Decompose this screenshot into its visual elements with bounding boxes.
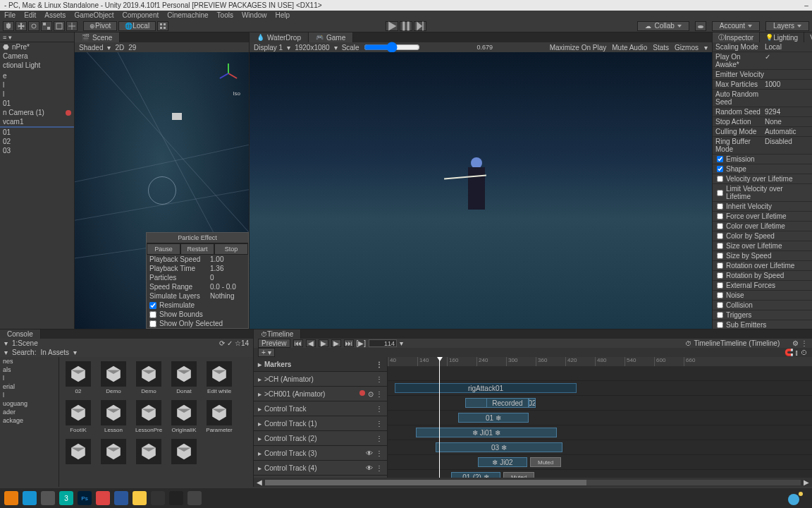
hierarchy-scene-root[interactable]: ⬣nPre* — [0, 42, 74, 52]
module-checkbox[interactable] — [717, 223, 723, 229]
pivot-toggle[interactable]: ⊕ Pivot — [83, 21, 117, 31]
particle-module-row[interactable]: Inherit Velocity — [713, 202, 812, 212]
hierarchy-item[interactable]: 01 — [0, 128, 74, 137]
particle-module-row[interactable]: Shape — [713, 164, 812, 174]
menu-assets[interactable]: Assets — [44, 11, 66, 19]
maximize-toggle[interactable]: Maximize On Play — [550, 44, 607, 52]
menu-tools[interactable]: Tools — [217, 11, 233, 19]
project-tree-item[interactable]: l — [0, 374, 59, 382]
taskbar-app-icon[interactable] — [187, 491, 202, 505]
scene-viewport[interactable]: Iso Particle Effect Pause Restart Stop P… — [75, 52, 249, 329]
timeline-play-button[interactable]: ▶ — [319, 339, 328, 347]
timeline-clip[interactable]: 01-(2) ❄ — [451, 472, 500, 478]
menu-window[interactable]: Window — [242, 11, 267, 19]
timeline-clip-row[interactable]: 03 ❄ — [388, 440, 812, 455]
snap-toggle[interactable] — [157, 21, 168, 31]
module-checkbox[interactable] — [717, 190, 723, 196]
module-checkbox[interactable] — [717, 292, 723, 298]
project-tree-item[interactable]: ackage — [0, 416, 59, 425]
timeline-next-button[interactable]: ▶ — [331, 339, 341, 347]
timeline-clip-row[interactable]: 01Recorded02 — [388, 396, 812, 411]
timeline-track-header[interactable]: ▸Control Track (2) ⋮ — [254, 431, 387, 446]
module-checkbox[interactable] — [717, 253, 723, 259]
menu-edit[interactable]: Edit — [24, 11, 36, 19]
module-checkbox[interactable] — [717, 166, 723, 172]
taskbar-app-icon[interactable]: 3 — [59, 491, 73, 505]
taskbar-app-icon[interactable] — [41, 491, 55, 505]
cloud-button[interactable] — [695, 21, 706, 31]
project-tree-item[interactable]: erial — [0, 382, 59, 391]
particle-module-row[interactable]: Velocity over Lifetime — [713, 174, 812, 184]
mute-toggle[interactable]: Mute Audio — [612, 44, 647, 52]
particle-module-row[interactable]: Emission — [713, 155, 812, 164]
menu-cinemachine[interactable]: Cinemachine — [167, 11, 208, 19]
particle-module-row[interactable]: Force over Lifetime — [713, 212, 812, 222]
particle-module-row[interactable]: External Forces — [713, 281, 812, 291]
particle-module-row[interactable]: Rotation by Speed — [713, 271, 812, 281]
module-checkbox[interactable] — [717, 176, 723, 182]
timeline-clip-row[interactable]: rigAttack01 — [388, 381, 812, 396]
particle-module-row[interactable]: Color by Speed — [713, 231, 812, 241]
timeline-track-header[interactable]: ▸Markers ⋮ — [254, 357, 387, 372]
timeline-end-button[interactable]: ⏭ — [344, 339, 354, 347]
project-asset-item[interactable]: Lesson — [99, 400, 128, 433]
project-tree-item[interactable]: ader — [0, 408, 59, 416]
project-asset-item[interactable] — [63, 439, 93, 466]
project-asset-item[interactable]: LessonPre — [134, 400, 164, 433]
hand-tool[interactable] — [3, 21, 14, 31]
taskbar-app-icon[interactable] — [169, 491, 183, 505]
timeline-playhead[interactable] — [439, 357, 440, 478]
rotate-tool[interactable] — [28, 21, 39, 31]
timeline-track-header[interactable]: ▸>CH001 (Animator) ⊙ ⋮ — [254, 387, 387, 401]
module-checkbox[interactable] — [717, 233, 723, 239]
inspector-value[interactable] — [765, 71, 809, 78]
timeline-track-header[interactable]: ▸Control Track ⋮ — [254, 401, 387, 416]
display-dropdown[interactable]: Display 1 — [254, 44, 283, 52]
inspector-value[interactable]: 1000 — [765, 80, 809, 88]
muted-badge[interactable]: Muted — [530, 457, 561, 467]
hierarchy-item[interactable]: 03 — [0, 146, 74, 155]
project-asset-item[interactable] — [169, 439, 199, 466]
particle-module-row[interactable]: Triggers — [713, 310, 812, 320]
particle-module-row[interactable]: Rotation over Lifetime — [713, 261, 812, 271]
hierarchy-item[interactable]: Camera — [0, 52, 74, 61]
timeline-track-header[interactable]: ▸Control Track (1) ⋮ — [254, 416, 387, 431]
timeline-clip-row[interactable]: ❄ Ji01 ❄ — [388, 425, 812, 440]
timeline-clip[interactable]: 02 — [529, 398, 536, 408]
shading-dropdown[interactable]: Shaded — [79, 44, 103, 52]
play-button[interactable] — [386, 21, 398, 31]
module-checkbox[interactable] — [717, 262, 723, 269]
timeline-clip-row[interactable]: ❄ Ji02Muted — [388, 455, 812, 470]
local-toggle[interactable]: 🌐 Local — [118, 21, 156, 31]
console-tab[interactable]: Console — [0, 329, 41, 339]
timeline-clip[interactable]: 03 ❄ — [436, 442, 562, 452]
particle-module-row[interactable]: Color over Lifetime — [713, 222, 812, 231]
layers-dropdown[interactable]: Layers — [765, 21, 809, 31]
gizmos-toggle[interactable]: Gizmos — [675, 44, 699, 52]
menu-gameobject[interactable]: GameObject — [74, 11, 113, 19]
hierarchy-item[interactable]: e — [0, 71, 74, 80]
particle-restart-button[interactable]: Restart — [180, 243, 214, 255]
hierarchy-item[interactable]: l — [0, 80, 74, 90]
account-dropdown[interactable]: Account — [712, 21, 760, 31]
transform-tool[interactable] — [66, 21, 78, 31]
project-asset-item[interactable]: Parameter — [204, 400, 234, 433]
collab-dropdown[interactable]: ☁ Collab — [637, 21, 689, 31]
hierarchy-item[interactable]: vcam1 — [0, 117, 74, 126]
module-checkbox[interactable] — [717, 272, 723, 279]
project-asset-item[interactable]: Donat — [169, 361, 199, 394]
particle-module-row[interactable]: Size by Speed — [713, 251, 812, 261]
module-checkbox[interactable] — [717, 322, 723, 328]
timeline-track-header[interactable]: ▸>CH (Animator) ⋮ — [254, 372, 387, 387]
hierarchy-item[interactable]: 01 — [0, 99, 74, 108]
inspector-value[interactable]: None — [765, 118, 809, 126]
menu-component[interactable]: Component — [123, 11, 159, 19]
particle-pause-button[interactable]: Pause — [147, 243, 180, 255]
project-asset-item[interactable]: Demo — [134, 361, 164, 394]
taskbar-app-icon[interactable] — [23, 491, 37, 505]
timeline-clip-row[interactable]: 01 ❄ — [388, 411, 812, 425]
timeline-track-header[interactable]: ▸Control Track (4)👁 ⋮ — [254, 461, 387, 476]
mode-2d-toggle[interactable]: 2D — [115, 44, 124, 52]
taskbar-app-icon[interactable] — [114, 491, 128, 505]
particle-module-row[interactable]: Sub Emitters — [713, 320, 812, 329]
